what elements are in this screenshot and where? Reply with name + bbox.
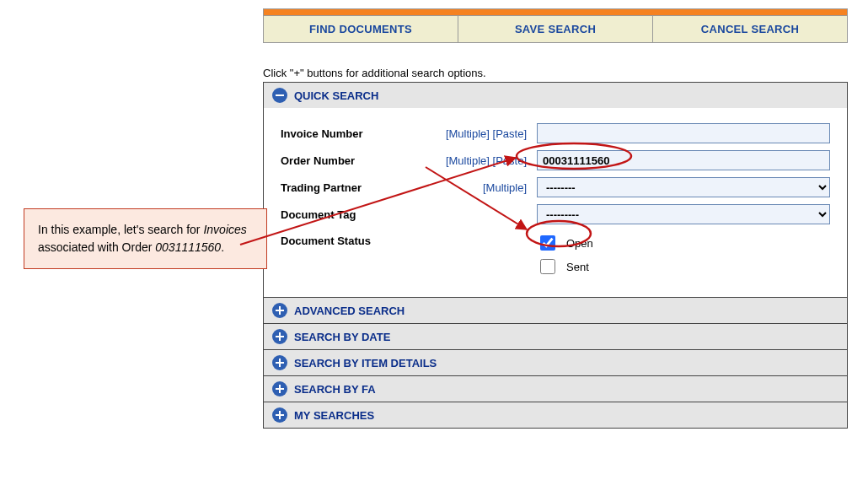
save-search-button[interactable]: SAVE SEARCH (458, 16, 653, 42)
svg-rect-10 (276, 414, 284, 416)
action-toolbar: FIND DOCUMENTS SAVE SEARCH CANCEL SEARCH (263, 15, 848, 43)
trading-partner-label: Trading Partner (276, 174, 412, 201)
plus-icon (272, 303, 287, 318)
status-sent-label: Sent (566, 261, 589, 273)
order-paste-link[interactable]: [Paste] (493, 154, 527, 167)
quick-search-header[interactable]: QUICK SEARCH (264, 83, 847, 108)
status-open-checkbox[interactable] (540, 235, 555, 251)
invoice-multiple-link[interactable]: [Multiple] (446, 127, 490, 140)
order-multiple-link[interactable]: [Multiple] (446, 154, 490, 167)
annotation-callout: In this example, let's search for Invoic… (24, 208, 267, 269)
plus-icon (272, 381, 287, 396)
invoice-number-field[interactable] (537, 123, 830, 143)
search-by-fa-header[interactable]: SEARCH BY FA (264, 376, 847, 402)
accent-bar (263, 8, 848, 15)
plus-icon (272, 407, 287, 423)
document-tag-select[interactable]: --------- (537, 204, 830, 224)
section-title: SEARCH BY FA (294, 383, 376, 396)
order-number-label: Order Number (276, 147, 412, 174)
invoice-number-label: Invoice Number (276, 120, 412, 147)
hint-text: Click "+" buttons for additional search … (263, 67, 848, 79)
cancel-search-button[interactable]: CANCEL SEARCH (653, 16, 847, 42)
quick-search-body: Invoice Number [Multiple] [Paste] Order … (264, 108, 847, 297)
section-title: QUICK SEARCH (294, 89, 378, 102)
search-by-date-header[interactable]: SEARCH BY DATE (264, 324, 847, 349)
quick-search-section: QUICK SEARCH Invoice Number [Multiple] [… (263, 82, 848, 298)
invoice-paste-link[interactable]: [Paste] (493, 127, 527, 140)
advanced-search-header[interactable]: ADVANCED SEARCH (264, 298, 847, 323)
svg-rect-2 (276, 310, 284, 311)
order-number-field[interactable] (537, 150, 830, 170)
trading-partner-multiple-link[interactable]: [Multiple] (483, 181, 527, 194)
my-searches-header[interactable]: MY SEARCHES (264, 402, 847, 428)
plus-icon (272, 329, 287, 344)
plus-icon (272, 355, 287, 370)
svg-rect-4 (276, 336, 284, 337)
status-open-label: Open (566, 237, 593, 250)
document-status-label: Document Status (276, 228, 412, 282)
section-title: SEARCH BY DATE (294, 331, 390, 343)
svg-rect-8 (276, 388, 284, 390)
document-tag-label: Document Tag (276, 201, 412, 228)
search-by-item-header[interactable]: SEARCH BY ITEM DETAILS (264, 350, 847, 375)
section-title: SEARCH BY ITEM DETAILS (294, 357, 437, 369)
svg-rect-6 (276, 362, 284, 364)
svg-rect-0 (276, 94, 284, 96)
status-sent-checkbox[interactable] (540, 259, 555, 274)
section-title: ADVANCED SEARCH (294, 305, 405, 317)
section-title: MY SEARCHES (294, 409, 374, 422)
find-documents-button[interactable]: FIND DOCUMENTS (264, 16, 458, 42)
trading-partner-select[interactable]: -------- (537, 177, 830, 197)
minus-icon (272, 88, 287, 103)
